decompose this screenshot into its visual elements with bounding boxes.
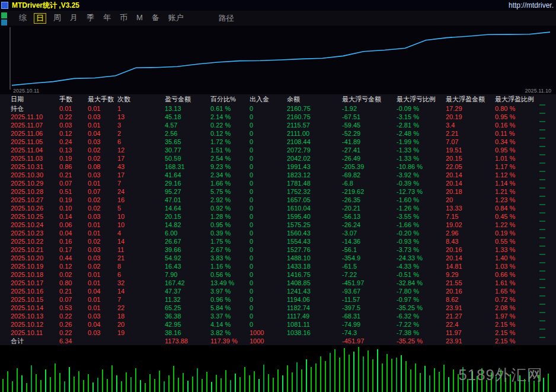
- volume-bar: [353, 352, 354, 392]
- cell: 2025.10.17: [11, 279, 59, 287]
- cell: -0.93 %: [397, 237, 446, 246]
- cell: 0.84 %: [495, 204, 536, 212]
- menu-item-季[interactable]: 季: [85, 13, 96, 24]
- cell: -1.33 %: [397, 154, 446, 162]
- cell: 32: [117, 279, 165, 287]
- cell: 1.23 %: [495, 196, 536, 204]
- cell: 2.15 %: [495, 329, 536, 337]
- cell: 2025.10.25: [11, 212, 59, 221]
- cell: 22: [117, 304, 165, 312]
- menu-item-M[interactable]: M: [135, 13, 145, 24]
- cell: 50.59: [165, 154, 210, 162]
- cell: 1241.43: [287, 287, 342, 295]
- cell: 2025.10.20: [11, 254, 59, 262]
- volume-bar: [424, 366, 426, 392]
- cell: 23.91: [446, 304, 495, 312]
- cell: 167.42: [165, 279, 210, 287]
- cell: 20.14: [446, 254, 495, 262]
- cell: 2.54 %: [210, 154, 250, 162]
- volume-bar: [320, 356, 321, 392]
- volume-bar: [311, 367, 312, 392]
- volume-bar: [74, 377, 75, 392]
- header-cell: 次数: [117, 94, 165, 104]
- cell: -205.39: [342, 162, 397, 171]
- menu-item-币[interactable]: 币: [118, 13, 129, 24]
- cell: 0.02: [88, 262, 117, 270]
- cell: 0.01: [88, 104, 117, 113]
- toolbar-icon-2[interactable]: [1, 20, 7, 26]
- cell: 20.16: [446, 246, 495, 254]
- volume-bar: [372, 359, 373, 392]
- cell: 2.14 %: [210, 113, 250, 121]
- cell: 0.08: [88, 162, 117, 171]
- cell: 1.66 %: [210, 179, 250, 187]
- table-row: 2025.10.220.160.021426.671.75 %01554.43-…: [0, 237, 556, 246]
- volume-bar: [211, 382, 212, 392]
- cell: -20.21: [342, 204, 397, 212]
- path-button[interactable]: 路径: [219, 13, 234, 24]
- cell: 0.22: [59, 113, 88, 121]
- cell: 2111.00: [287, 129, 342, 138]
- cell: -27.41: [342, 146, 397, 154]
- cell: 0: [250, 320, 287, 329]
- cell: 1416.75: [287, 270, 342, 279]
- menu-item-账户[interactable]: 账户: [167, 13, 186, 24]
- menu-item-综[interactable]: 综: [17, 13, 28, 24]
- volume-bar: [258, 379, 260, 392]
- cell: -26.24: [342, 221, 397, 229]
- volume-bar: [149, 374, 151, 392]
- cell: 1.65 %: [495, 287, 536, 295]
- cell: 17: [117, 171, 165, 179]
- volume-bar: [69, 367, 70, 392]
- cell: -219.62: [342, 187, 397, 196]
- volume-bar: [126, 372, 127, 392]
- cell: 95.27: [165, 187, 210, 196]
- equity-chart-svg: [0, 26, 556, 94]
- cell: 1.51 %: [210, 146, 250, 154]
- toolbar-icon-1[interactable]: [1, 12, 7, 18]
- volume-bar: [97, 378, 98, 392]
- menu-item-备[interactable]: 备: [150, 13, 161, 24]
- cell: 4.14 %: [210, 320, 250, 329]
- cell: 0: [250, 179, 287, 187]
- table-row: 2025.10.230.040.0146.000.39 %01560.43-3.…: [0, 229, 556, 237]
- cell: 0.96 %: [210, 295, 250, 304]
- volume-bar: [216, 375, 217, 392]
- table-row: 2025.10.270.190.021647.012.92 %01657.05-…: [0, 196, 556, 204]
- volume-bar: [263, 365, 264, 392]
- menu-item-年[interactable]: 年: [101, 13, 113, 24]
- table-body: 持仓0.010.01113.130.61 %02160.75-1.92-0.09…: [0, 104, 556, 345]
- cell: 12: [117, 146, 165, 154]
- menu-item-周[interactable]: 周: [52, 13, 63, 24]
- cell: 0: [250, 154, 287, 162]
- cell: 0: [250, 237, 287, 246]
- cell: 0.19 %: [495, 229, 536, 237]
- cell: 2025.10.29: [11, 179, 59, 187]
- volume-bar: [102, 369, 103, 392]
- mtdriver-statistics-window: MTDriver统计 ,V3.25 http://mtdriver. 综日周月季…: [0, 0, 556, 392]
- cell: -1.66 %: [397, 221, 446, 229]
- cell: 0: [250, 254, 287, 262]
- cell: 2025.11.06: [11, 129, 59, 138]
- mtdriver-url-link[interactable]: http://mtdriver.: [509, 1, 554, 9]
- cell: 0.12: [59, 129, 88, 138]
- cell: 2025.10.13: [11, 312, 59, 320]
- menu-bar: 综日周月季年币M备账户 路径: [0, 11, 556, 26]
- volume-bar: [386, 354, 388, 392]
- volume-bar: [192, 377, 193, 392]
- cell: 5: [117, 204, 165, 212]
- header-cell: 最大手数: [88, 94, 117, 104]
- cell: 18: [117, 312, 165, 320]
- cell: 1.21 %: [495, 187, 536, 196]
- cell: 0.80: [59, 279, 88, 287]
- cell: 0.07: [59, 179, 88, 187]
- cell: 4: [117, 229, 165, 237]
- menu-item-日[interactable]: 日: [34, 13, 46, 24]
- cell: 2025.11.07: [11, 121, 59, 129]
- volume-bar: [420, 373, 421, 392]
- cell: 22.4: [446, 320, 495, 329]
- volume-bar: [164, 381, 165, 392]
- header-cell: 最大浮盈比例: [495, 94, 536, 104]
- volume-bar: [391, 359, 392, 392]
- menu-item-月[interactable]: 月: [68, 13, 79, 24]
